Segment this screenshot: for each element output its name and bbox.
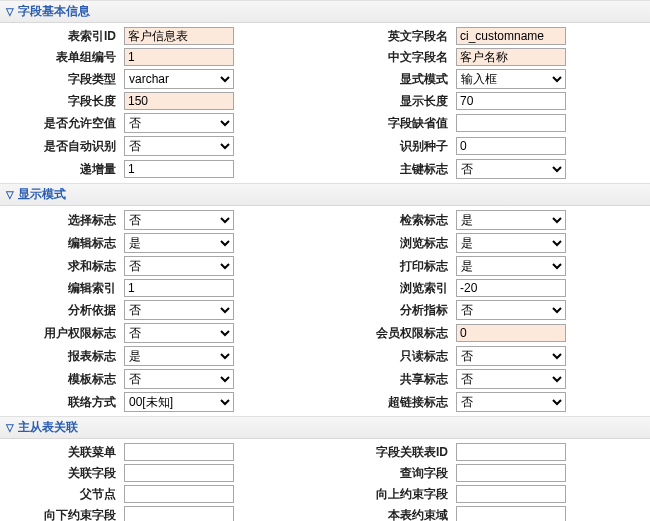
label-rel-field: 关联字段 xyxy=(8,465,118,482)
label-disp-mode: 显式模式 xyxy=(340,71,450,88)
label-disp-len: 显示长度 xyxy=(340,93,450,110)
label-parent: 父节点 xyxy=(8,486,118,503)
label-edit-flag: 编辑标志 xyxy=(8,235,118,252)
mode-grid: 选择标志 否 检索标志 是 编辑标志 是 浏览标志 是 求和标志 否 打印标志 … xyxy=(0,206,650,416)
label-edit-idx: 编辑索引 xyxy=(8,280,118,297)
label-rel-table-id: 字段关联表ID xyxy=(340,444,450,461)
select-retrieve-flag[interactable]: 是 xyxy=(456,210,566,230)
section-basic-title: 字段基本信息 xyxy=(18,3,90,20)
select-sum-flag[interactable]: 否 xyxy=(124,256,234,276)
input-inc[interactable] xyxy=(124,160,234,178)
select-user-perm[interactable]: 否 xyxy=(124,323,234,343)
select-href-flag[interactable]: 否 xyxy=(456,392,566,412)
label-cn-name: 中文字段名 xyxy=(340,49,450,66)
label-analyse: 分析依据 xyxy=(8,302,118,319)
label-inc: 递增量 xyxy=(8,161,118,178)
input-browse-idx[interactable] xyxy=(456,279,566,297)
label-print-flag: 打印标志 xyxy=(340,258,450,275)
label-report-flag: 报表标志 xyxy=(8,348,118,365)
label-browse-idx: 浏览索引 xyxy=(340,280,450,297)
label-allow-null: 是否允许空值 xyxy=(8,115,118,132)
select-select-flag[interactable]: 否 xyxy=(124,210,234,230)
label-rel-menu: 关联菜单 xyxy=(8,444,118,461)
section-basic-header[interactable]: ▽ 字段基本信息 xyxy=(0,0,650,23)
input-up-bound[interactable] xyxy=(456,485,566,503)
label-type: 字段类型 xyxy=(8,71,118,88)
input-member-perm[interactable] xyxy=(456,324,566,342)
label-en-name: 英文字段名 xyxy=(340,28,450,45)
label-bound-domain: 本表约束域 xyxy=(340,507,450,522)
label-field-id: 表索引ID xyxy=(8,28,118,45)
input-edit-idx[interactable] xyxy=(124,279,234,297)
label-retrieve-flag: 检索标志 xyxy=(340,212,450,229)
input-field-id[interactable] xyxy=(124,27,234,45)
basic-grid: 表索引ID 英文字段名 表单组编号 中文字段名 字段类型 varchar 显式模… xyxy=(0,23,650,183)
input-cn-name[interactable] xyxy=(456,48,566,66)
input-group-no[interactable] xyxy=(124,48,234,66)
input-parent[interactable] xyxy=(124,485,234,503)
label-href-flag: 超链接标志 xyxy=(340,394,450,411)
select-analyse-metric[interactable]: 否 xyxy=(456,300,566,320)
input-default[interactable] xyxy=(456,114,566,132)
section-mode-title: 显示模式 xyxy=(18,186,66,203)
label-group-no: 表单组编号 xyxy=(8,49,118,66)
select-allow-null[interactable]: 否 xyxy=(124,113,234,133)
label-sum-flag: 求和标志 xyxy=(8,258,118,275)
chevron-down-icon: ▽ xyxy=(6,6,14,17)
input-disp-len[interactable] xyxy=(456,92,566,110)
label-link-type: 联络方式 xyxy=(8,394,118,411)
select-browse-flag[interactable]: 是 xyxy=(456,233,566,253)
section-rel-header[interactable]: ▽ 主从表关联 xyxy=(0,416,650,439)
input-rel-table-id[interactable] xyxy=(456,443,566,461)
input-rel-field[interactable] xyxy=(124,464,234,482)
input-len[interactable] xyxy=(124,92,234,110)
select-tpl-flag[interactable]: 否 xyxy=(124,369,234,389)
label-seed: 识别种子 xyxy=(340,138,450,155)
label-tpl-flag: 模板标志 xyxy=(8,371,118,388)
label-up-bound: 向上约束字段 xyxy=(340,486,450,503)
select-readonly-flag[interactable]: 否 xyxy=(456,346,566,366)
label-user-perm: 用户权限标志 xyxy=(8,325,118,342)
label-default: 字段缺省值 xyxy=(340,115,450,132)
chevron-down-icon: ▽ xyxy=(6,189,14,200)
select-pk[interactable]: 否 xyxy=(456,159,566,179)
chevron-down-icon: ▽ xyxy=(6,422,14,433)
label-analyse-metric: 分析指标 xyxy=(340,302,450,319)
input-down-bound[interactable] xyxy=(124,506,234,521)
rel-grid: 关联菜单 字段关联表ID 关联字段 查询字段 父节点 向上约束字段 向下约束字段… xyxy=(0,439,650,521)
input-en-name[interactable] xyxy=(456,27,566,45)
label-auto-id: 是否自动识别 xyxy=(8,138,118,155)
label-share-flag: 共享标志 xyxy=(340,371,450,388)
section-mode-header[interactable]: ▽ 显示模式 xyxy=(0,183,650,206)
label-len: 字段长度 xyxy=(8,93,118,110)
select-edit-flag[interactable]: 是 xyxy=(124,233,234,253)
input-bound-domain[interactable] xyxy=(456,506,566,521)
input-query-field[interactable] xyxy=(456,464,566,482)
label-query-field: 查询字段 xyxy=(340,465,450,482)
section-rel-title: 主从表关联 xyxy=(18,419,78,436)
select-disp-mode[interactable]: 输入框 xyxy=(456,69,566,89)
label-select-flag: 选择标志 xyxy=(8,212,118,229)
label-member-perm: 会员权限标志 xyxy=(340,325,450,342)
input-rel-menu[interactable] xyxy=(124,443,234,461)
select-analyse[interactable]: 否 xyxy=(124,300,234,320)
select-auto-id[interactable]: 否 xyxy=(124,136,234,156)
label-browse-flag: 浏览标志 xyxy=(340,235,450,252)
select-print-flag[interactable]: 是 xyxy=(456,256,566,276)
select-link-type[interactable]: 00[未知] xyxy=(124,392,234,412)
label-readonly-flag: 只读标志 xyxy=(340,348,450,365)
label-down-bound: 向下约束字段 xyxy=(8,507,118,522)
input-seed[interactable] xyxy=(456,137,566,155)
select-type[interactable]: varchar xyxy=(124,69,234,89)
label-pk: 主键标志 xyxy=(340,161,450,178)
select-report-flag[interactable]: 是 xyxy=(124,346,234,366)
select-share-flag[interactable]: 否 xyxy=(456,369,566,389)
